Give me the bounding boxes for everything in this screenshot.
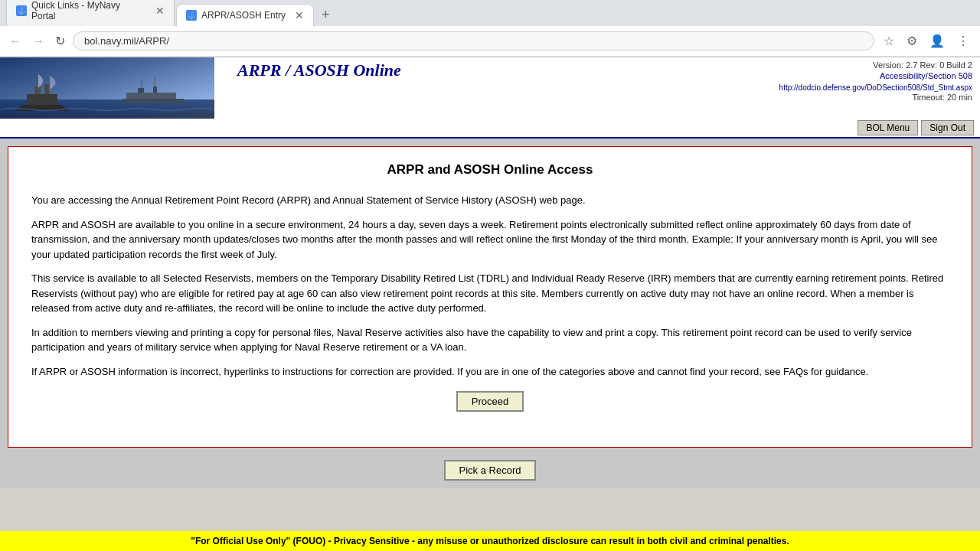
site-header: ARPR / ASOSH Online Version: 2.7 Rev: 0 …: [0, 57, 980, 139]
banner-image: [0, 57, 214, 119]
back-button[interactable]: ←: [6, 31, 24, 51]
main-content-box: ARPR and ASOSH Online Access You are acc…: [8, 146, 972, 448]
reload-button[interactable]: ↻: [52, 31, 68, 51]
tab-favicon-arpr: ⚓: [186, 10, 197, 21]
profile-icon[interactable]: 👤: [925, 31, 949, 51]
svg-rect-8: [126, 93, 176, 99]
tab-label-arpr: ARPR/ASOSH Entry: [201, 10, 286, 21]
browser-chrome: ⚓ Quick Links - MyNavy Portal ✕ ⚓ ARPR/A…: [0, 0, 980, 57]
paragraph-1: You are accessing the Annual Retirement …: [31, 193, 949, 208]
header-title-area: ARPR / ASOSH Online: [222, 60, 779, 80]
page-content: ARPR / ASOSH Online Version: 2.7 Rev: 0 …: [0, 57, 980, 488]
svg-rect-9: [138, 88, 144, 93]
right-header: ARPR / ASOSH Online Version: 2.7 Rev: 0 …: [214, 57, 980, 119]
forward-button[interactable]: →: [29, 31, 47, 51]
menu-icon[interactable]: ⋮: [952, 31, 974, 51]
paragraph-2: ARPR and ASOSH are available to you onli…: [31, 217, 949, 262]
svg-rect-2: [27, 94, 57, 105]
new-tab-button[interactable]: +: [315, 4, 336, 26]
header-info: Version: 2.7 Rev: 0 Build 2 Accessibilit…: [779, 60, 972, 102]
svg-rect-10: [153, 86, 157, 93]
extensions-icon[interactable]: ⚙: [902, 31, 922, 51]
header-top-right: ARPR / ASOSH Online Version: 2.7 Rev: 0 …: [214, 57, 980, 105]
bol-menu-button[interactable]: BOL Menu: [858, 120, 918, 135]
tab-favicon-mynavy: ⚓: [16, 5, 27, 16]
tab-close-arpr[interactable]: ✕: [295, 9, 304, 21]
version-info: Version: 2.7 Rev: 0 Build 2: [779, 60, 972, 70]
accessibility-label: Accessibility/Section 508: [880, 71, 972, 80]
accessibility-url-row: http://dodcio.defense.gov/DoDSection508/…: [779, 81, 972, 93]
footer-text: "For Official Use Only" (FOUO) - Privacy…: [191, 536, 789, 546]
address-bar[interactable]: [73, 31, 874, 51]
footer-bar: "For Official Use Only" (FOUO) - Privacy…: [0, 531, 980, 551]
tab-arpr[interactable]: ⚓ ARPR/ASOSH Entry ✕: [176, 4, 314, 27]
page-title: ARPR and ASOSH Online Access: [31, 162, 949, 178]
nav-bar: BOL Menu Sign Out: [0, 119, 980, 139]
accessibility-link[interactable]: http://dodcio.defense.gov/DoDSection508/…: [779, 83, 972, 92]
toolbar-actions: ☆ ⚙ 👤 ⋮: [879, 31, 974, 51]
timeout-info: Timeout: 20 min: [779, 93, 972, 102]
bookmark-icon[interactable]: ☆: [879, 31, 899, 51]
browser-toolbar: ← → ↻ ☆ ⚙ 👤 ⋮: [0, 26, 980, 57]
tab-close-mynavy[interactable]: ✕: [155, 5, 165, 17]
proceed-button[interactable]: Proceed: [456, 391, 524, 412]
svg-rect-7: [122, 99, 184, 103]
paragraph-5: If ARPR or ASOSH information is incorrec…: [31, 364, 949, 380]
pick-record-button[interactable]: Pick a Record: [444, 460, 537, 481]
main-wrapper: ARPR and ASOSH Online Access You are acc…: [0, 139, 980, 488]
tab-label-mynavy: Quick Links - MyNavy Portal: [31, 0, 146, 21]
paragraph-4: In addition to members viewing and print…: [31, 325, 949, 355]
full-header: ARPR / ASOSH Online Version: 2.7 Rev: 0 …: [0, 57, 980, 119]
svg-rect-4: [44, 84, 49, 94]
accessibility-info: Accessibility/Section 508: [779, 70, 972, 81]
browser-tabs: ⚓ Quick Links - MyNavy Portal ✕ ⚓ ARPR/A…: [0, 0, 980, 26]
sign-out-button[interactable]: Sign Out: [921, 120, 974, 135]
proceed-button-row: Proceed: [31, 391, 949, 412]
pick-record-row: Pick a Record: [8, 460, 972, 481]
site-title: ARPR / ASOSH Online: [237, 60, 401, 80]
tab-mynavy[interactable]: ⚓ Quick Links - MyNavy Portal ✕: [6, 0, 175, 26]
svg-rect-3: [34, 86, 41, 94]
paragraph-3: This service is available to all Selecte…: [31, 271, 949, 316]
